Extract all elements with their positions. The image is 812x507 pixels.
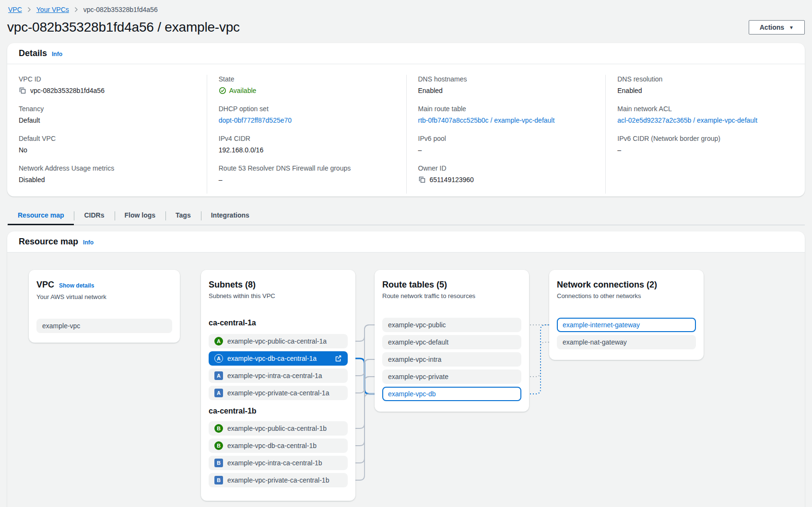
detail-field-value: dopt-0bf772ff87d525e70: [219, 115, 395, 125]
subnet-item[interactable]: Aexample-vpc-intra-ca-central-1a: [209, 369, 348, 383]
route-item[interactable]: example-vpc-public: [382, 318, 521, 332]
resource-map-info-link[interactable]: Info: [83, 239, 94, 246]
route-item[interactable]: example-vpc-private: [382, 369, 521, 384]
tab-resource-map[interactable]: Resource map: [8, 207, 74, 225]
detail-field: DNS hostnamesEnabled: [418, 75, 594, 95]
detail-field-value: Enabled: [418, 86, 594, 95]
detail-field-value: Default: [19, 115, 195, 125]
detail-field: Main route tablertb-0fb7407a8cc525b0c / …: [418, 104, 594, 125]
detail-field-label: IPv6 pool: [418, 134, 594, 143]
detail-field-text: 192.168.0.0/16: [219, 145, 263, 155]
page: VPCYour VPCsvpc-082b35328b1fd4a56 vpc-08…: [0, 0, 812, 507]
detail-field-label: Main route table: [418, 104, 594, 113]
chevron-right-icon: [74, 7, 79, 12]
subnet-item[interactable]: Bexample-vpc-intra-ca-central-1b: [209, 456, 348, 470]
availability-zone-badge: A: [214, 371, 223, 380]
resource-map-panel: Resource map Info VPC Show details Your …: [7, 231, 805, 507]
detail-field-value: Disabled: [19, 175, 195, 184]
tab-integrations[interactable]: Integrations: [201, 207, 259, 225]
detail-field-value: Available: [219, 86, 395, 95]
subnet-item-label: example-vpc-intra-ca-central-1a: [227, 372, 322, 380]
detail-field-label: Default VPC: [19, 134, 195, 143]
conn-item[interactable]: example-nat-gateway: [557, 335, 696, 349]
detail-field-label: DNS hostnames: [418, 75, 594, 83]
vpc-item[interactable]: example-vpc: [36, 319, 172, 333]
detail-field: DHCP option setdopt-0bf772ff87d525e70: [219, 104, 395, 125]
subnet-item-label: example-vpc-db-ca-central-1a: [227, 355, 317, 362]
show-details-link[interactable]: Show details: [59, 280, 94, 291]
detail-field-text: Enabled: [418, 86, 443, 95]
availability-zone-badge: B: [214, 459, 223, 467]
detail-field: StateAvailable: [219, 75, 395, 95]
subnet-item[interactable]: Aexample-vpc-db-ca-central-1a: [209, 351, 348, 366]
actions-button-label: Actions: [760, 23, 784, 31]
vpc-item-label: example-vpc: [42, 322, 80, 330]
detail-field-label: State: [219, 75, 395, 83]
copy-icon: [418, 176, 426, 184]
detail-field-link[interactable]: rtb-0fb7407a8cc525b0c / example-vpc-defa…: [418, 115, 555, 125]
details-panel: Details Info VPC IDvpc-082b35328b1fd4a56…: [7, 43, 805, 196]
breadcrumb-link[interactable]: Your VPCs: [36, 6, 69, 13]
subnet-item[interactable]: Bexample-vpc-public-ca-central-1b: [209, 421, 348, 436]
tab-bar: Resource mapCIDRsFlow logsTagsIntegratio…: [7, 207, 805, 225]
detail-field-text: vpc-082b35328b1fd4a56: [30, 86, 105, 95]
detail-field-value: –: [219, 175, 395, 184]
actions-button[interactable]: Actions ▼: [749, 20, 805, 35]
detail-field: IPv4 CIDR192.168.0.0/16: [219, 134, 395, 155]
detail-field-link[interactable]: acl-02e5d92327a2c365b / example-vpc-defa…: [617, 115, 757, 125]
availability-zone-badge: A: [214, 337, 223, 346]
route-item-label: example-vpc-db: [388, 390, 436, 398]
details-column: VPC IDvpc-082b35328b1fd4a56TenancyDefaul…: [7, 75, 207, 194]
availability-zone-badge: B: [214, 441, 223, 450]
route-table-items: example-vpc-publicexample-vpc-defaultexa…: [382, 318, 521, 401]
copy-icon[interactable]: [19, 87, 26, 94]
resource-map-title: Resource map: [19, 237, 78, 247]
conn-item[interactable]: example-internet-gateway: [557, 318, 696, 332]
detail-field-label: Main network ACL: [617, 104, 793, 113]
detail-field-text: Default: [19, 115, 40, 125]
route-tables-card: Route tables (5) Route network traffic t…: [375, 270, 529, 412]
subnet-item[interactable]: Bexample-vpc-private-ca-central-1b: [209, 473, 348, 487]
breadcrumb: VPCYour VPCsvpc-082b35328b1fd4a56: [7, 6, 805, 13]
external-link-icon[interactable]: [334, 355, 342, 362]
chevron-right-icon: [27, 7, 32, 12]
route-item[interactable]: example-vpc-default: [382, 335, 521, 349]
detail-field-value: acl-02e5d92327a2c365b / example-vpc-defa…: [617, 115, 793, 125]
route-item-label: example-vpc-private: [388, 373, 448, 380]
detail-field-label: Owner ID: [418, 164, 594, 173]
detail-field-text: –: [418, 145, 422, 155]
conn-item-label: example-internet-gateway: [563, 321, 640, 329]
subnet-groups: ca-central-1aAexample-vpc-public-ca-cent…: [209, 319, 348, 487]
copy-icon[interactable]: [418, 176, 426, 184]
vpc-card-title-row: VPC Show details: [36, 279, 172, 291]
resource-map-header: Resource map Info: [7, 231, 805, 253]
subnets-card: Subnets (8) Subnets within this VPC ca-c…: [201, 270, 355, 501]
tab-cidrs[interactable]: CIDRs: [74, 207, 114, 225]
breadcrumb-link[interactable]: VPC: [8, 6, 22, 13]
subnet-item[interactable]: Aexample-vpc-private-ca-central-1a: [209, 386, 348, 400]
detail-field-text: No: [19, 145, 27, 155]
detail-field-label: Network Address Usage metrics: [19, 164, 195, 173]
caret-down-icon: ▼: [789, 25, 794, 30]
details-column: DNS hostnamesEnabledMain route tablertb-…: [406, 75, 606, 194]
tab-flow-logs[interactable]: Flow logs: [115, 207, 166, 225]
route-item[interactable]: example-vpc-intra: [382, 352, 521, 367]
subnet-group-title: ca-central-1a: [209, 319, 348, 327]
tab-tags[interactable]: Tags: [165, 207, 201, 225]
route-item[interactable]: example-vpc-db: [382, 387, 521, 401]
detail-field: DNS resolutionEnabled: [617, 75, 793, 95]
details-info-link[interactable]: Info: [52, 51, 62, 58]
detail-field-label: VPC ID: [19, 75, 195, 83]
title-row: vpc-082b35328b1fd4a56 / example-vpc Acti…: [7, 20, 805, 35]
subnet-item[interactable]: Bexample-vpc-db-ca-central-1b: [209, 438, 348, 453]
check-circle-icon: [219, 87, 226, 94]
detail-field-text: Enabled: [617, 86, 642, 95]
subnet-item[interactable]: Aexample-vpc-public-ca-central-1a: [209, 334, 348, 348]
detail-field-value: –: [617, 145, 793, 155]
detail-field-link[interactable]: dopt-0bf772ff87d525e70: [219, 115, 292, 125]
details-grid: VPC IDvpc-082b35328b1fd4a56TenancyDefaul…: [7, 64, 805, 196]
conn-item-label: example-nat-gateway: [563, 338, 627, 346]
route-item-label: example-vpc-default: [388, 338, 448, 346]
route-item-label: example-vpc-public: [388, 321, 446, 329]
detail-field-value: 192.168.0.0/16: [219, 145, 395, 155]
